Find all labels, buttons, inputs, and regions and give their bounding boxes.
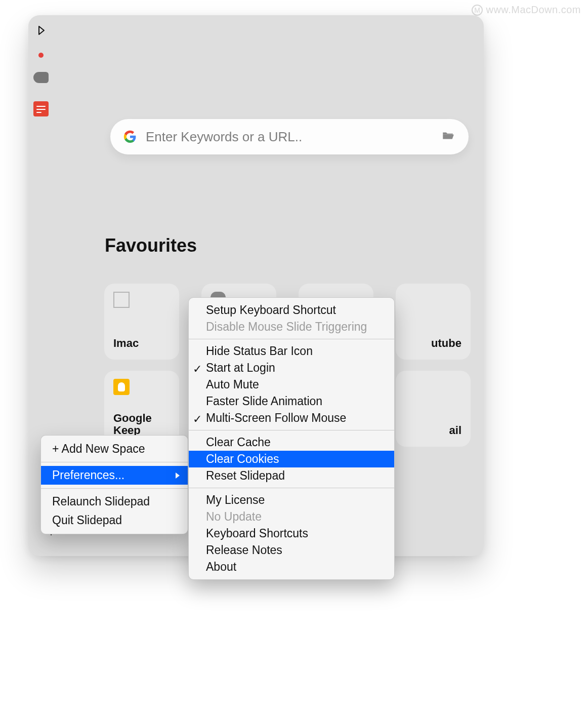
favourite-card[interactable]: Imac	[104, 284, 179, 360]
favourite-label: ail	[449, 424, 461, 437]
favourite-label: Google Keep	[113, 412, 152, 437]
favourite-label: utube	[431, 337, 461, 349]
menu-add-space[interactable]: + Add New Space	[41, 440, 188, 458]
menu-item-label: Release Notes	[206, 543, 282, 557]
menu-separator	[189, 488, 394, 488]
menu-item-label: Quit Slidepad	[52, 514, 122, 527]
menu-item-label: + Add New Space	[52, 442, 145, 456]
search-bar[interactable]	[110, 119, 469, 154]
menu-item-label: Relaunch Slidepad	[52, 495, 150, 508]
context-menu: + Add New Space Preferences... Relaunch …	[40, 435, 188, 534]
folder-open-icon[interactable]	[440, 129, 455, 144]
submenu-disable-mouse-slide: Disable Mouse Slide Triggering	[189, 319, 394, 335]
submenu-hide-status-bar[interactable]: Hide Status Bar Icon	[189, 343, 394, 360]
favourites-heading: Favourites	[105, 235, 197, 256]
space-thumb[interactable]	[33, 72, 49, 83]
favourite-card[interactable]: ail	[396, 371, 471, 447]
submenu-start-login[interactable]: ✓Start at Login	[189, 360, 394, 376]
chevron-right-icon[interactable]	[35, 24, 47, 38]
menu-item-label: Clear Cookies	[206, 452, 279, 466]
menu-separator	[189, 430, 394, 430]
submenu-multi-screen[interactable]: ✓Multi-Screen Follow Mouse	[189, 410, 394, 426]
menu-item-label: Disable Mouse Slide Triggering	[206, 320, 367, 334]
menu-item-label: My License	[206, 493, 265, 507]
site-icon	[113, 292, 130, 308]
menu-preferences[interactable]: Preferences...	[41, 466, 188, 485]
menu-item-label: Faster Slide Animation	[206, 395, 322, 408]
menu-item-label: Auto Mute	[206, 378, 259, 391]
todoist-icon[interactable]	[33, 101, 49, 116]
watermark-icon: M	[472, 5, 483, 16]
menu-separator	[189, 339, 394, 339]
menu-item-label: Preferences...	[52, 468, 124, 482]
search-input[interactable]	[137, 129, 440, 145]
submenu-license[interactable]: My License	[189, 492, 394, 508]
check-icon: ✓	[193, 363, 202, 376]
menu-separator	[41, 488, 188, 489]
favourite-card[interactable]: utube	[396, 284, 471, 360]
submenu-release-notes[interactable]: Release Notes	[189, 542, 394, 559]
preferences-submenu: Setup Keyboard Shortcut Disable Mouse Sl…	[188, 297, 395, 580]
submenu-clear-cache[interactable]: Clear Cache	[189, 434, 394, 451]
menu-item-label: Start at Login	[206, 361, 275, 375]
menu-item-label: Setup Keyboard Shortcut	[206, 303, 336, 317]
watermark: M www.MacDown.com	[472, 4, 581, 16]
google-keep-icon	[113, 379, 130, 395]
menu-item-label: Multi-Screen Follow Mouse	[206, 411, 346, 425]
menu-item-label: No Update	[206, 510, 262, 524]
menu-item-label: About	[206, 560, 236, 574]
watermark-text: www.MacDown.com	[486, 4, 581, 16]
submenu-reset[interactable]: Reset Slidepad	[189, 467, 394, 484]
submenu-keyboard-shortcuts[interactable]: Keyboard Shortcuts	[189, 525, 394, 542]
submenu-faster-slide[interactable]: Faster Slide Animation	[189, 393, 394, 410]
submenu-about[interactable]: About	[189, 559, 394, 575]
google-icon	[123, 130, 137, 143]
submenu-no-update: No Update	[189, 508, 394, 525]
menu-relaunch[interactable]: Relaunch Slidepad	[41, 492, 188, 511]
favourite-label: Imac	[113, 337, 139, 349]
indicator-dot	[38, 53, 44, 58]
submenu-auto-mute[interactable]: Auto Mute	[189, 376, 394, 393]
chevron-right-icon	[176, 473, 180, 479]
menu-item-label: Clear Cache	[206, 436, 271, 449]
submenu-clear-cookies[interactable]: Clear Cookies	[189, 451, 394, 467]
menu-item-label: Hide Status Bar Icon	[206, 344, 313, 358]
menu-item-label: Reset Slidepad	[206, 469, 285, 483]
menu-separator	[41, 462, 188, 462]
check-icon: ✓	[193, 413, 202, 426]
submenu-setup-shortcut[interactable]: Setup Keyboard Shortcut	[189, 302, 394, 319]
menu-item-label: Keyboard Shortcuts	[206, 527, 308, 540]
menu-quit[interactable]: Quit Slidepad	[41, 511, 188, 530]
